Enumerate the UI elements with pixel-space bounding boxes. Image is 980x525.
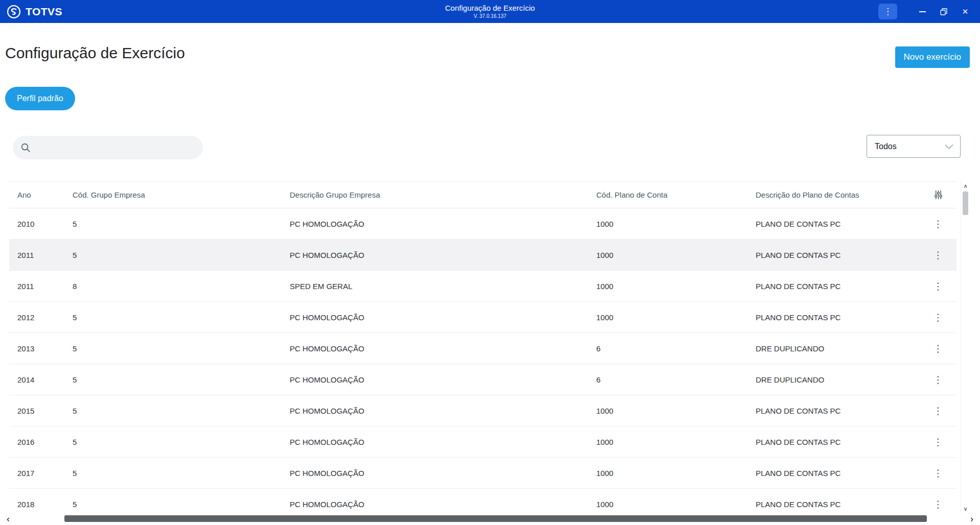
table-body: 2010 5 PC HOMOLOGAÇÃO 1000 PLANO DE CONT… [9, 208, 956, 513]
scroll-right-arrow-icon[interactable]: › [967, 514, 977, 523]
cell-descricao-plano-de-contas: DRE DUPLICANDO [756, 344, 920, 353]
row-actions-menu-button[interactable]: ⋮ [929, 217, 948, 231]
table-settings-button[interactable] [934, 190, 943, 200]
cell-descricao-grupo-empresa: PC HOMOLOGAÇÃO [290, 407, 596, 415]
perfil-padrao-chip[interactable]: Perfil padrão [5, 87, 75, 110]
cell-cod-plano-de-conta: 1000 [596, 313, 756, 322]
search-box[interactable] [13, 136, 203, 159]
exercise-table: Ano Cód. Grupo Empresa Descrição Grupo E… [9, 181, 956, 513]
brand-name: TOTVS [26, 6, 62, 18]
cell-cod-grupo-empresa: 5 [73, 469, 290, 478]
row-actions-menu-button[interactable]: ⋮ [929, 404, 948, 418]
table-row[interactable]: 2017 5 PC HOMOLOGAÇÃO 1000 PLANO DE CONT… [9, 458, 956, 489]
column-header-cod-grupo-empresa[interactable]: Cód. Grupo Empresa [73, 190, 290, 199]
cell-cod-plano-de-conta: 6 [596, 375, 756, 384]
horizontal-scrollbar-track[interactable] [13, 513, 967, 524]
search-icon [20, 142, 31, 153]
column-header-ano[interactable]: Ano [17, 190, 73, 199]
totvs-logo-icon [7, 5, 21, 19]
novo-exercicio-button[interactable]: Novo exercício [895, 46, 970, 68]
cell-cod-grupo-empresa: 5 [73, 313, 290, 322]
cell-ano: 2017 [17, 469, 73, 478]
cell-descricao-grupo-empresa: PC HOMOLOGAÇÃO [290, 313, 596, 322]
cell-cod-plano-de-conta: 1000 [596, 220, 756, 228]
filter-dropdown[interactable]: Todos [867, 135, 961, 158]
table-row[interactable]: 2018 5 PC HOMOLOGAÇÃO 1000 PLANO DE CONT… [9, 489, 956, 513]
row-actions-menu-button[interactable]: ⋮ [929, 311, 948, 324]
table-row[interactable]: 2012 5 PC HOMOLOGAÇÃO 1000 PLANO DE CONT… [9, 302, 956, 333]
scroll-down-arrow-icon[interactable]: ∨ [963, 505, 967, 513]
chevron-down-icon [945, 144, 953, 149]
column-header-descricao-plano-de-contas[interactable]: Descrição do Plano de Contas [756, 190, 920, 199]
cell-ano: 2015 [17, 407, 73, 415]
row-actions-menu-button[interactable]: ⋮ [929, 248, 948, 262]
cell-descricao-grupo-empresa: PC HOMOLOGAÇÃO [290, 438, 596, 446]
filter-dropdown-value: Todos [875, 142, 897, 151]
cell-ano: 2016 [17, 438, 73, 446]
cell-descricao-plano-de-contas: PLANO DE CONTAS PC [756, 282, 920, 291]
cell-ano: 2011 [17, 251, 73, 259]
table-row[interactable]: 2013 5 PC HOMOLOGAÇÃO 6 DRE DUPLICANDO ⋮ [9, 333, 956, 364]
cell-descricao-plano-de-contas: PLANO DE CONTAS PC [756, 500, 920, 509]
column-header-cod-plano-de-conta[interactable]: Cód. Plano de Conta [596, 190, 756, 199]
cell-cod-grupo-empresa: 5 [73, 407, 290, 415]
titlebar-title-block: Configuração de Exercício V. 37.0.16.137 [445, 4, 535, 19]
table-row[interactable]: 2014 5 PC HOMOLOGAÇÃO 6 DRE DUPLICANDO ⋮ [9, 364, 956, 395]
scroll-up-arrow-icon[interactable]: ∧ [963, 182, 967, 190]
cell-ano: 2013 [17, 344, 73, 353]
row-actions-menu-button[interactable]: ⋮ [929, 466, 948, 480]
table-header: Ano Cód. Grupo Empresa Descrição Grupo E… [9, 182, 956, 208]
titlebar-menu-button[interactable]: ⋮ [878, 4, 897, 19]
cell-descricao-plano-de-contas: PLANO DE CONTAS PC [756, 220, 920, 228]
cell-descricao-grupo-empresa: PC HOMOLOGAÇÃO [290, 469, 596, 478]
table-row[interactable]: 2016 5 PC HOMOLOGAÇÃO 1000 PLANO DE CONT… [9, 426, 956, 458]
close-button[interactable]: ✕ [954, 4, 976, 19]
cell-descricao-plano-de-contas: DRE DUPLICANDO [756, 375, 920, 384]
row-actions-menu-button[interactable]: ⋮ [929, 342, 948, 355]
vertical-scrollbar[interactable]: ∧ ∨ [961, 182, 970, 513]
search-input[interactable] [37, 143, 195, 152]
table-row[interactable]: 2011 5 PC HOMOLOGAÇÃO 1000 PLANO DE CONT… [9, 240, 956, 271]
cell-descricao-grupo-empresa: PC HOMOLOGAÇÃO [290, 220, 596, 228]
table-row[interactable]: 2011 8 SPED EM GERAL 1000 PLANO DE CONTA… [9, 271, 956, 302]
table-row[interactable]: 2015 5 PC HOMOLOGAÇÃO 1000 PLANO DE CONT… [9, 395, 956, 426]
maximize-button[interactable] [933, 4, 954, 19]
row-actions-menu-button[interactable]: ⋮ [929, 435, 948, 449]
cell-descricao-plano-de-contas: PLANO DE CONTAS PC [756, 407, 920, 415]
cell-cod-grupo-empresa: 5 [73, 438, 290, 446]
column-header-descricao-grupo-empresa[interactable]: Descrição Grupo Empresa [290, 190, 596, 199]
cell-cod-grupo-empresa: 5 [73, 251, 290, 259]
cell-cod-grupo-empresa: 5 [73, 344, 290, 353]
cell-descricao-plano-de-contas: PLANO DE CONTAS PC [756, 438, 920, 446]
titlebar: TOTVS Configuração de Exercício V. 37.0.… [0, 0, 980, 23]
row-actions-menu-button[interactable]: ⋮ [929, 279, 948, 293]
cell-cod-grupo-empresa: 5 [73, 375, 290, 384]
minimize-button[interactable] [912, 4, 933, 19]
horizontal-scrollbar[interactable]: ‹ › [3, 513, 977, 524]
cell-ano: 2018 [17, 500, 73, 509]
cell-cod-plano-de-conta: 6 [596, 344, 756, 353]
table-row[interactable]: 2010 5 PC HOMOLOGAÇÃO 1000 PLANO DE CONT… [9, 208, 956, 240]
cell-descricao-plano-de-contas: PLANO DE CONTAS PC [756, 251, 920, 259]
cell-cod-grupo-empresa: 5 [73, 220, 290, 228]
cell-descricao-grupo-empresa: PC HOMOLOGAÇÃO [290, 251, 596, 259]
row-actions-menu-button[interactable]: ⋮ [929, 497, 948, 511]
row-actions-menu-button[interactable]: ⋮ [929, 373, 948, 387]
close-icon: ✕ [962, 7, 969, 16]
cell-cod-plano-de-conta: 1000 [596, 438, 756, 446]
minimize-icon [919, 11, 926, 12]
cell-cod-grupo-empresa: 8 [73, 282, 290, 291]
cell-cod-plano-de-conta: 1000 [596, 282, 756, 291]
scroll-left-arrow-icon[interactable]: ‹ [3, 514, 13, 523]
cell-ano: 2012 [17, 313, 73, 322]
app-version: V. 37.0.16.137 [445, 13, 535, 20]
cell-ano: 2010 [17, 220, 73, 228]
cell-descricao-grupo-empresa: PC HOMOLOGAÇÃO [290, 500, 596, 509]
kebab-menu-icon: ⋮ [883, 7, 892, 16]
cell-descricao-grupo-empresa: PC HOMOLOGAÇÃO [290, 344, 596, 353]
horizontal-scrollbar-thumb[interactable] [64, 515, 927, 522]
window-title: Configuração de Exercício [445, 4, 535, 13]
vertical-scrollbar-thumb[interactable] [963, 192, 968, 215]
window-controls: ⋮ ✕ [878, 4, 980, 19]
column-sliders-icon [934, 190, 943, 200]
